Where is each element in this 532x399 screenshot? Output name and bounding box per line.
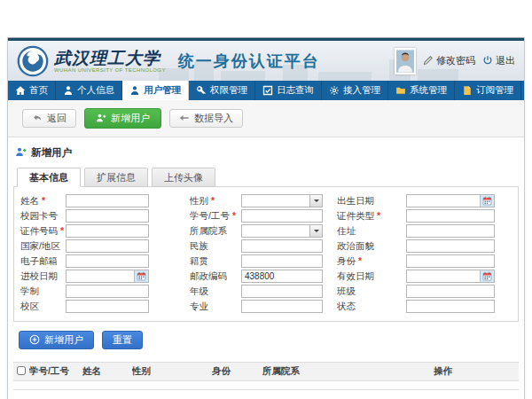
address-field (406, 224, 495, 238)
person-icon (63, 85, 74, 96)
submit-new-user-button[interactable]: 新增用户 (19, 331, 94, 349)
campus-card-label: 校园卡号 (14, 210, 66, 223)
tab-basic-info[interactable]: 基本信息 (17, 168, 81, 187)
native-place-input[interactable] (242, 255, 322, 267)
chevron-down-icon[interactable] (309, 225, 322, 237)
id-type-input[interactable] (407, 210, 494, 222)
id-number-label: 证件号码* (14, 225, 66, 238)
form-row: 国家/地区民族政治面貌 (14, 239, 518, 254)
required-asterisk: * (211, 195, 215, 206)
nav-item-profile[interactable]: 个人信息 (56, 81, 122, 100)
data-import-button[interactable]: 数据导入 (169, 109, 243, 128)
country-region-field (66, 239, 149, 253)
id-type-label: 证件类型* (337, 210, 406, 223)
nav-item-access-mgmt[interactable]: 接入管理 (322, 81, 388, 100)
class-input[interactable] (407, 286, 494, 297)
column-header: 姓名 (82, 365, 132, 378)
class-label: 班级 (337, 286, 406, 298)
country-region-input[interactable] (66, 240, 148, 252)
study-length-input[interactable] (66, 286, 148, 297)
column-header: 性别 (132, 365, 212, 378)
tab-upload-avatar[interactable]: 上传头像 (152, 168, 215, 187)
political-status-input[interactable] (407, 240, 494, 252)
major-label: 专业 (190, 301, 241, 313)
enroll-date-field (66, 270, 149, 283)
calendar-icon[interactable] (480, 195, 494, 207)
department-label-text: 所属院系 (190, 225, 227, 236)
column-header: 所属院系 (262, 365, 434, 378)
campus-input[interactable] (66, 301, 148, 312)
grade-input[interactable] (242, 286, 322, 297)
calendar-icon[interactable] (134, 270, 148, 282)
nav-item-home[interactable]: 首页 (8, 81, 56, 100)
users-table-header: 学号/工号姓名性别身份所属院系操作 (13, 363, 519, 381)
id-number-input[interactable] (66, 225, 148, 237)
chevron-down-icon[interactable] (309, 195, 322, 207)
calendar-icon[interactable] (480, 270, 494, 282)
nav-item-system-mgmt[interactable]: 系统管理 (388, 81, 455, 100)
nav-item-label: 日志查询 (277, 84, 314, 97)
logout-link[interactable]: 退出 (482, 54, 515, 67)
platform-title: 统一身份认证平台 (178, 51, 320, 72)
email-field (66, 254, 149, 268)
student-id-label: 学号/工号* (190, 210, 241, 223)
valid-date-label-text: 有效日期 (337, 270, 374, 281)
gender-label: 性别* (190, 195, 241, 207)
address-label-text: 住址 (337, 225, 356, 236)
change-password-link[interactable]: 修改密码 (423, 54, 475, 67)
select-all-checkbox[interactable] (17, 366, 26, 375)
content-area: 新增用户 基本信息扩展信息上传头像 姓名*性别*出生日期校园卡号学号/工号*证件… (8, 146, 524, 399)
tab-extended-info[interactable]: 扩展信息 (84, 168, 148, 187)
name-input[interactable] (66, 195, 148, 207)
required-asterisk: * (358, 255, 362, 266)
users-table: 学号/工号姓名性别身份所属院系操作 (13, 362, 519, 390)
form-row: 学制年级班级 (14, 284, 518, 299)
identity-input[interactable] (407, 255, 494, 267)
back-button-label: 返回 (47, 112, 66, 125)
nav-item-label: 用户管理 (144, 84, 181, 97)
reset-button[interactable]: 重置 (102, 331, 143, 349)
university-name: 武汉理工大学 WUHAN UNIVERSITY OF TECHNOLOGY (54, 50, 166, 73)
valid-date-field (406, 270, 495, 283)
political-status-label-text: 政治面貌 (337, 240, 374, 251)
native-place-label: 籍贯 (190, 255, 241, 268)
section-title: 新增用户 (15, 146, 519, 160)
nav-item-subscription[interactable]: 订阅管理 (455, 81, 521, 100)
ethnicity-label: 民族 (190, 240, 241, 253)
campus-card-label-text: 校园卡号 (20, 210, 58, 221)
folder-icon (395, 85, 406, 96)
section-add-user-icon (15, 146, 27, 160)
column-header: 学号/工号 (29, 365, 82, 378)
column-header: 身份 (212, 365, 262, 378)
department-field (241, 224, 323, 238)
campus-card-input[interactable] (66, 210, 148, 222)
grade-label-text: 年级 (190, 286, 208, 296)
nav-item-user-mgmt[interactable]: 用户管理 (122, 81, 189, 100)
native-place-label-text: 籍贯 (190, 255, 208, 266)
gear-icon (329, 85, 340, 96)
nav-item-log-query[interactable]: 日志查询 (255, 81, 322, 100)
user-avatar (395, 48, 416, 74)
nav-item-permission[interactable]: 权限管理 (189, 81, 255, 100)
student-id-input[interactable] (242, 210, 322, 222)
id-number-field (66, 224, 149, 238)
enroll-date-label: 进校日期 (14, 270, 66, 283)
ethnicity-input[interactable] (242, 240, 322, 252)
back-button[interactable]: 返回 (22, 109, 76, 128)
new-user-toolbar-button[interactable]: 新增用户 (84, 108, 161, 129)
toolbar: 返回 新增用户 数据导入 (8, 100, 524, 137)
native-place-field (241, 254, 323, 268)
import-arrow-icon (179, 113, 190, 125)
required-asterisk: * (60, 225, 64, 236)
status-input[interactable] (407, 301, 494, 312)
address-input[interactable] (407, 225, 494, 237)
postal-code-field (241, 270, 323, 283)
status-label: 状态 (337, 301, 406, 313)
form-row: 校园卡号学号/工号*证件类型* (14, 208, 518, 223)
form-tabs: 基本信息扩展信息上传头像 (13, 168, 519, 186)
major-input[interactable] (242, 301, 322, 312)
postal-code-input[interactable] (242, 270, 322, 282)
nav-item-label: 权限管理 (210, 84, 247, 97)
email-input[interactable] (66, 255, 148, 267)
section-title-label: 新增用户 (31, 146, 72, 160)
